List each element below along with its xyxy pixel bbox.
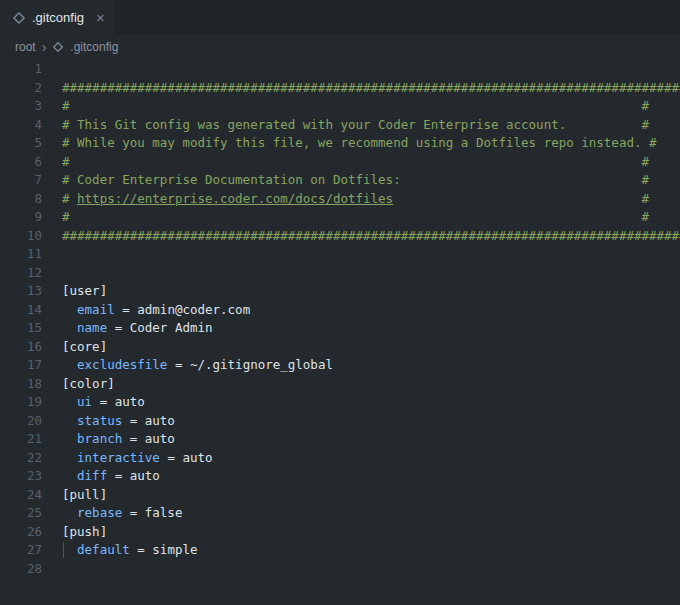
tab-close-icon[interactable]: × xyxy=(96,10,105,25)
tab-gitconfig[interactable]: .gitconfig × xyxy=(0,0,115,35)
config-file-icon xyxy=(12,11,26,25)
line-number: 3 xyxy=(0,97,42,116)
code-segment xyxy=(70,209,642,224)
code-text: # # xyxy=(62,209,649,224)
code-segment: = false xyxy=(122,505,182,520)
breadcrumb-item-root[interactable]: root xyxy=(15,40,36,54)
code-segment xyxy=(70,154,642,169)
code-segment xyxy=(393,191,641,206)
code-text: [user] xyxy=(62,283,107,298)
code-line[interactable]: 24[pull] xyxy=(0,486,680,505)
code-segment: = auto xyxy=(122,431,175,446)
line-number: 2 xyxy=(0,79,42,98)
line-number: 11 xyxy=(0,245,42,264)
line-number: 10 xyxy=(0,227,42,246)
code-segment: # xyxy=(641,117,649,132)
code-segment xyxy=(401,172,642,187)
line-number: 13 xyxy=(0,282,42,301)
code-segment: # xyxy=(641,98,649,113)
code-text: [push] xyxy=(62,524,107,539)
code-line[interactable]: 25 rebase = false xyxy=(0,504,680,523)
code-segment: # xyxy=(62,154,70,169)
code-segment: # xyxy=(641,209,649,224)
code-text: # Coder Enterprise Documentation on Dotf… xyxy=(62,172,649,187)
code-line[interactable]: 13[user] xyxy=(0,282,680,301)
code-segment xyxy=(62,505,77,520)
line-number: 9 xyxy=(0,208,42,227)
code-segment xyxy=(62,450,77,465)
code-segment: # xyxy=(62,209,70,224)
code-line[interactable]: 12 xyxy=(0,264,680,283)
code-segment: = ~/.gitignore_global xyxy=(167,357,333,372)
code-line[interactable]: 11 xyxy=(0,245,680,264)
breadcrumb-item-file[interactable]: .gitconfig xyxy=(70,40,118,54)
code-line[interactable]: 17 excludesfile = ~/.gitignore_global xyxy=(0,356,680,375)
code-segment: email xyxy=(77,302,115,317)
code-line[interactable]: 16[core] xyxy=(0,338,680,357)
code-segment: = auto xyxy=(92,394,145,409)
code-line[interactable]: 6# # xyxy=(0,153,680,172)
code-line[interactable]: 27 default = simple xyxy=(0,541,680,560)
line-number: 18 xyxy=(0,375,42,394)
code-segment xyxy=(62,431,77,446)
line-number: 24 xyxy=(0,486,42,505)
line-number: 25 xyxy=(0,504,42,523)
code-text: interactive = auto xyxy=(62,450,213,465)
code-text: # While you may modify this file, we rec… xyxy=(62,135,657,150)
code-line[interactable]: 14 email = admin@coder.com xyxy=(0,301,680,320)
line-number: 1 xyxy=(0,60,42,79)
line-number: 8 xyxy=(0,190,42,209)
code-line[interactable]: 18[color] xyxy=(0,375,680,394)
code-line[interactable]: 5# While you may modify this file, we re… xyxy=(0,134,680,153)
code-line[interactable]: 7# Coder Enterprise Documentation on Dot… xyxy=(0,171,680,190)
code-segment: = simple xyxy=(130,542,198,557)
code-editor[interactable]: 12######################################… xyxy=(0,58,680,605)
code-line[interactable]: 26[push] xyxy=(0,523,680,542)
tab-bar: .gitconfig × xyxy=(0,0,680,35)
code-text: # # xyxy=(62,154,649,169)
code-text: default = simple xyxy=(62,542,197,557)
line-number: 20 xyxy=(0,412,42,431)
code-line[interactable]: 8# https://enterprise.coder.com/docs/dot… xyxy=(0,190,680,209)
line-number: 12 xyxy=(0,264,42,283)
line-number: 16 xyxy=(0,338,42,357)
code-segment: = auto xyxy=(107,468,160,483)
line-number: 7 xyxy=(0,171,42,190)
code-line[interactable]: 19 ui = auto xyxy=(0,393,680,412)
code-text: ########################################… xyxy=(62,228,680,243)
line-number: 23 xyxy=(0,467,42,486)
code-text: [core] xyxy=(62,339,107,354)
code-segment xyxy=(566,117,641,132)
code-segment xyxy=(62,394,77,409)
config-file-icon xyxy=(52,41,64,53)
code-segment: default xyxy=(77,542,130,557)
code-segment: # While you may modify this file, we rec… xyxy=(62,135,657,150)
line-number: 22 xyxy=(0,449,42,468)
code-line[interactable]: 3# # xyxy=(0,97,680,116)
code-line[interactable]: 21 branch = auto xyxy=(0,430,680,449)
code-segment: [push] xyxy=(62,524,107,539)
code-segment: diff xyxy=(77,468,107,483)
line-number: 5 xyxy=(0,134,42,153)
code-text: excludesfile = ~/.gitignore_global xyxy=(62,357,333,372)
code-line[interactable]: 23 diff = auto xyxy=(0,467,680,486)
code-segment xyxy=(70,98,642,113)
code-line[interactable]: 4# This Git config was generated with yo… xyxy=(0,116,680,135)
code-line[interactable]: 20 status = auto xyxy=(0,412,680,431)
code-text: # This Git config was generated with you… xyxy=(62,117,649,132)
code-text: ui = auto xyxy=(62,394,145,409)
code-line[interactable]: 1 xyxy=(0,60,680,79)
code-text: [color] xyxy=(62,376,115,391)
code-segment: # xyxy=(62,98,70,113)
line-number: 6 xyxy=(0,153,42,172)
code-line[interactable]: 28 xyxy=(0,560,680,579)
code-line[interactable]: 9# # xyxy=(0,208,680,227)
code-line[interactable]: 10######################################… xyxy=(0,227,680,246)
code-line[interactable]: 15 name = Coder Admin xyxy=(0,319,680,338)
code-line[interactable]: 22 interactive = auto xyxy=(0,449,680,468)
dotfiles-link[interactable]: https://enterprise.coder.com/docs/dotfil… xyxy=(77,191,393,206)
code-segment xyxy=(62,413,77,428)
code-line[interactable]: 2#######################################… xyxy=(0,79,680,98)
code-segment xyxy=(62,542,77,557)
code-lines: 12######################################… xyxy=(0,60,680,578)
